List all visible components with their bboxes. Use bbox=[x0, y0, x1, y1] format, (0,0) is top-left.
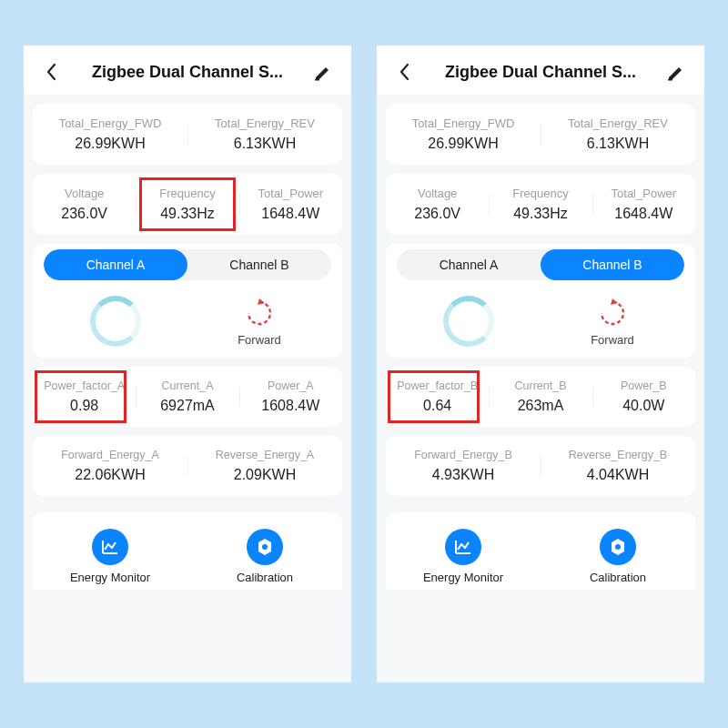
back-icon[interactable] bbox=[393, 60, 417, 84]
label: Current_B bbox=[515, 379, 567, 392]
label: Reverse_Energy_A bbox=[216, 449, 314, 461]
tab-channel-a[interactable]: Channel A bbox=[397, 249, 541, 280]
spinner-area: Forward bbox=[397, 280, 684, 358]
metric-total-power: Total_Power 1648.4W bbox=[592, 187, 695, 222]
svg-rect-3 bbox=[668, 79, 672, 81]
rotate-forward-icon bbox=[594, 295, 631, 331]
label: Total_Energy_REV bbox=[568, 116, 668, 130]
nav-calibration[interactable]: Calibration bbox=[541, 529, 695, 584]
channel-card: Channel A Channel B Forward bbox=[386, 244, 695, 358]
label: Energy Monitor bbox=[70, 571, 150, 584]
label: Reverse_Energy_B bbox=[569, 449, 667, 461]
tab-channel-a[interactable]: Channel A bbox=[44, 249, 187, 280]
metric-current: Current_A 6927mA bbox=[136, 379, 238, 414]
page-title: Zigbee Dual Channel S... bbox=[64, 63, 311, 82]
tab-channel-b[interactable]: Channel B bbox=[541, 249, 684, 280]
label: Total_Energy_REV bbox=[215, 116, 315, 130]
value: 6927mA bbox=[160, 398, 215, 414]
metric-power: Power_B 40.0W bbox=[592, 379, 695, 414]
metric-frequency: Frequency 49.33Hz bbox=[489, 187, 592, 222]
label: Calibration bbox=[237, 571, 293, 584]
header: Zigbee Dual Channel S... bbox=[24, 46, 351, 95]
main-row: Voltage 236.0V Frequency 49.33Hz Total_P… bbox=[33, 174, 342, 235]
forward-label: Forward bbox=[238, 333, 281, 347]
metric-reverse-energy: Reverse_Energy_A 2.09KWH bbox=[187, 449, 342, 483]
bottom-nav: Energy Monitor Calibration bbox=[33, 512, 342, 590]
tab-channel-b[interactable]: Channel B bbox=[187, 249, 331, 280]
spinner-icon bbox=[90, 296, 141, 347]
svg-rect-0 bbox=[315, 79, 319, 81]
value: 6.13KWH bbox=[234, 136, 296, 152]
metric-forward-energy: Forward_Energy_A 22.06KWH bbox=[33, 449, 187, 483]
phone-left: Zigbee Dual Channel S... Total_Energy_FW… bbox=[24, 46, 351, 682]
metric-total-energy-rev: Total_Energy_REV 6.13KWH bbox=[541, 116, 695, 152]
label: Frequency bbox=[159, 187, 215, 200]
header: Zigbee Dual Channel S... bbox=[377, 46, 704, 95]
nav-calibration[interactable]: Calibration bbox=[187, 529, 342, 584]
label: Total_Energy_FWD bbox=[412, 116, 515, 130]
back-icon[interactable] bbox=[40, 60, 64, 84]
metric-total-energy-fwd: Total_Energy_FWD 26.99KWH bbox=[386, 116, 541, 152]
energy-row: Total_Energy_FWD 26.99KWH Total_Energy_R… bbox=[386, 104, 695, 165]
metric-total-power: Total_Power 1648.4W bbox=[239, 187, 342, 222]
label: Power_A bbox=[268, 379, 314, 392]
label: Frequency bbox=[512, 187, 568, 200]
content: Total_Energy_FWD 26.99KWH Total_Energy_R… bbox=[377, 95, 704, 682]
channel-energy-row: Forward_Energy_A 22.06KWH Reverse_Energy… bbox=[33, 436, 342, 496]
forward-col: Forward bbox=[541, 295, 684, 347]
highlight-box bbox=[35, 370, 126, 423]
spinner-icon bbox=[443, 296, 494, 347]
chart-icon bbox=[92, 529, 128, 565]
forward-label: Forward bbox=[591, 333, 634, 347]
label: Forward_Energy_B bbox=[414, 449, 512, 461]
page-title: Zigbee Dual Channel S... bbox=[417, 63, 664, 82]
gear-icon bbox=[600, 529, 636, 565]
label: Voltage bbox=[65, 187, 104, 200]
label: Forward_Energy_A bbox=[61, 449, 159, 461]
edit-icon[interactable] bbox=[664, 60, 688, 84]
main-row: Voltage 236.0V Frequency 49.33Hz Total_P… bbox=[386, 174, 695, 235]
metric-reverse-energy: Reverse_Energy_B 4.04KWH bbox=[541, 449, 695, 483]
content: Total_Energy_FWD 26.99KWH Total_Energy_R… bbox=[24, 95, 351, 682]
gear-icon bbox=[247, 529, 283, 565]
channel-tabs: Channel A Channel B bbox=[397, 249, 684, 280]
value: 1648.4W bbox=[261, 206, 319, 222]
label: Voltage bbox=[418, 187, 457, 200]
value: 0.64 bbox=[423, 398, 451, 414]
label: Energy Monitor bbox=[423, 571, 503, 584]
value: 26.99KWH bbox=[428, 136, 498, 152]
spinner-col bbox=[397, 296, 541, 347]
metric-voltage: Voltage 236.0V bbox=[33, 187, 136, 222]
nav-energy-monitor[interactable]: Energy Monitor bbox=[386, 529, 541, 584]
value: 6.13KWH bbox=[587, 136, 649, 152]
value: 4.93KWH bbox=[432, 467, 494, 483]
highlight-box bbox=[388, 370, 480, 423]
edit-icon[interactable] bbox=[311, 60, 335, 84]
metric-power-factor: Power_factor_B 0.64 bbox=[386, 379, 489, 414]
channel-tabs: Channel A Channel B bbox=[44, 249, 331, 280]
value: 22.06KWH bbox=[75, 467, 145, 483]
energy-row: Total_Energy_FWD 26.99KWH Total_Energy_R… bbox=[33, 104, 342, 165]
value: 4.04KWH bbox=[587, 467, 649, 483]
svg-point-5 bbox=[615, 544, 621, 550]
nav-energy-monitor[interactable]: Energy Monitor bbox=[33, 529, 187, 584]
phone-right: Zigbee Dual Channel S... Total_Energy_FW… bbox=[377, 46, 704, 682]
label: Current_A bbox=[162, 379, 214, 392]
value: 40.0W bbox=[622, 398, 664, 414]
value: 1648.4W bbox=[614, 206, 672, 222]
metric-power: Power_A 1608.4W bbox=[239, 379, 342, 414]
metric-voltage: Voltage 236.0V bbox=[386, 187, 489, 222]
label: Power_factor_B bbox=[397, 379, 478, 392]
highlight-box bbox=[139, 177, 235, 231]
metric-total-energy-fwd: Total_Energy_FWD 26.99KWH bbox=[33, 116, 187, 152]
metric-current: Current_B 263mA bbox=[489, 379, 592, 414]
svg-point-2 bbox=[262, 544, 268, 550]
bottom-nav: Energy Monitor Calibration bbox=[386, 512, 695, 590]
label: Total_Power bbox=[258, 187, 324, 200]
metric-power-factor: Power_factor_A 0.98 bbox=[33, 379, 136, 414]
metric-forward-energy: Forward_Energy_B 4.93KWH bbox=[386, 449, 541, 483]
label: Calibration bbox=[590, 571, 646, 584]
value: 1608.4W bbox=[261, 398, 319, 414]
value: 236.0V bbox=[414, 206, 460, 222]
value: 49.33Hz bbox=[160, 206, 215, 222]
